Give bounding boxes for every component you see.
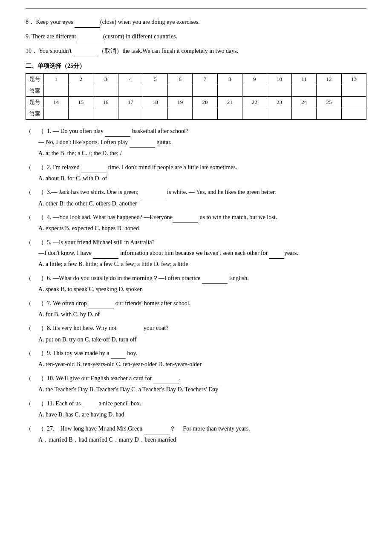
table-ans-1[interactable] [44,85,69,96]
table-ans-6[interactable] [168,85,193,96]
table-num-5: 5 [143,73,167,85]
mc-q10-bracket[interactable] [32,373,41,384]
mc-q27-blank [144,423,170,434]
table-ans-12[interactable] [317,85,341,96]
mc-q6-stem: （ ）6. —What do you usually do in the mor… [26,275,249,281]
table-ans-17[interactable] [118,108,143,119]
mc-q5: （ ）5. —Is your friend Michael still in A… [26,237,366,270]
mc-q3-blank [140,187,166,198]
mc-q7-bracket[interactable] [32,298,41,309]
mc-q11-blank [82,398,97,409]
mc-q7-blank [88,298,114,309]
table-num-9: 9 [242,73,267,85]
mc-q27-bracket[interactable] [32,423,41,434]
fill-blank-8: 8． Keep your eyes (close) when you are d… [26,17,366,28]
mc-q1-options: A. a; the B. the; a C. /; the D. the; / [38,148,366,159]
mc-q7-options: A. for B. with C. by D. of [38,309,366,321]
mc-q8-blank [118,323,144,334]
table-num-21: 21 [217,96,242,108]
table-ans-blank[interactable] [341,108,366,119]
table-ans-2[interactable] [69,85,93,96]
mc-q4-stem: （ ）4. —You look sad. What has happened? … [26,214,277,220]
table-num-4: 4 [118,73,143,85]
mc-q1-stem: （ ）1. — Do you often play basketball aft… [26,128,188,134]
mc-q9-options: A. ten-year-old B. ten-years-old C. ten-… [38,359,366,370]
mc-q8-options: A. put on B. try on C. take off D. turn … [38,334,366,346]
mc-q8-stem: （ ）8. It's very hot here. Why not your c… [26,325,168,331]
table-num-25: 25 [317,96,341,108]
mc-q5-blank2 [269,248,284,259]
table-ans-19[interactable] [168,108,193,119]
mc-q8: （ ）8. It's very hot here. Why not your c… [26,323,366,345]
q9-num: 9. [26,33,30,40]
mc-q4-bracket[interactable] [32,212,41,223]
table-num-2: 2 [69,73,93,85]
mc-q11-options: A. have B. has C. are having D. had [38,409,366,421]
table-num-13: 13 [341,73,366,85]
table-num-1: 1 [44,73,69,85]
mc-q10-blank [153,373,179,384]
table-num-6: 6 [168,73,193,85]
table-label-tihao2: 题号 [26,96,44,108]
table-label-daan1: 答案 [26,85,44,96]
fill-blank-10: 10． You shouldn't （取消）the task.We can fi… [26,46,366,57]
mc-q9: （ ）9. This toy was made by a boy. A. ten… [26,348,366,370]
table-ans-16[interactable] [93,108,118,119]
mc-q3: （ ）3.— Jack has two shirts. One is green… [26,187,366,209]
mc-q2-options: A. about B. for C. with D. of [38,173,366,185]
table-ans-24[interactable] [292,108,317,119]
table-ans-9[interactable] [242,85,267,96]
table-ans-8[interactable] [217,85,242,96]
mc-q3-bracket[interactable] [32,187,41,197]
table-ans-5[interactable] [143,85,167,96]
mc-q9-stem: （ ）9. This toy was made by a boy. [26,350,137,356]
table-ans-10[interactable] [267,85,291,96]
fill-blank-9: 9. There are different (custom) in diffe… [26,31,366,42]
table-num-11: 11 [292,73,317,85]
mc-q11: （ ）11. Each of us a nice pencil-box. A. … [26,398,366,421]
mc-q1-blank2 [130,137,155,148]
table-num-20: 20 [193,96,217,108]
table-ans-18[interactable] [143,108,167,119]
mc-q1-bracket[interactable] [32,126,41,136]
table-ans-7[interactable] [193,85,217,96]
table-ans-13[interactable] [341,85,366,96]
table-ans-3[interactable] [93,85,118,96]
table-num-19: 19 [168,96,193,108]
table-ans-20[interactable] [193,108,217,119]
q8-num: 8． [26,19,35,25]
table-ans-15[interactable] [69,108,93,119]
mc-q3-options: A. other B. the other C. others D. anoth… [38,198,366,210]
mc-q4: （ ）4. —You look sad. What has happened? … [26,212,366,234]
mc-q9-bracket[interactable] [32,348,41,358]
table-ans-4[interactable] [118,85,143,96]
table-num-17: 17 [118,96,143,108]
mc-q5-bracket[interactable] [32,237,41,248]
mc-q27-options: A．married B．had married C．marry D．been m… [38,434,366,446]
mc-q1-stem2: — No, I don't like sports. I often play … [38,137,366,148]
table-label-tihao1: 题号 [26,73,44,85]
mc-q10-options: A. the Teacher's Day B. Teacher's Day C.… [38,384,366,396]
mc-q6: （ ）6. —What do you usually do in the mor… [26,273,366,295]
table-ans-14[interactable] [44,108,69,119]
table-ans-23[interactable] [267,108,291,119]
mc-q11-stem: （ ）11. Each of us a nice pencil-box. [26,400,141,407]
mc-q7: （ ）7. We often drop our friends' homes a… [26,298,366,321]
mc-q8-bracket[interactable] [32,323,41,333]
top-divider [26,9,366,9]
mc-q5-blank1 [93,248,118,259]
q10-blank [73,46,98,57]
mc-q1: （ ）1. — Do you often play basketball aft… [26,126,366,159]
table-ans-22[interactable] [242,108,267,119]
mc-q6-bracket[interactable] [32,273,41,283]
mc-q11-bracket[interactable] [32,398,41,409]
mc-q2-bracket[interactable] [32,162,41,173]
table-num-18: 18 [143,96,167,108]
mc-q10-stem: （ ）10. We'll give our English teacher a … [26,375,181,382]
table-ans-11[interactable] [292,85,317,96]
mc-q2-stem: （ ）2. I'm relaxed time. I don't mind if … [26,164,237,171]
table-ans-21[interactable] [217,108,242,119]
table-ans-25[interactable] [317,108,341,119]
mc-q4-blank [173,212,198,223]
table-num-22: 22 [242,96,267,108]
